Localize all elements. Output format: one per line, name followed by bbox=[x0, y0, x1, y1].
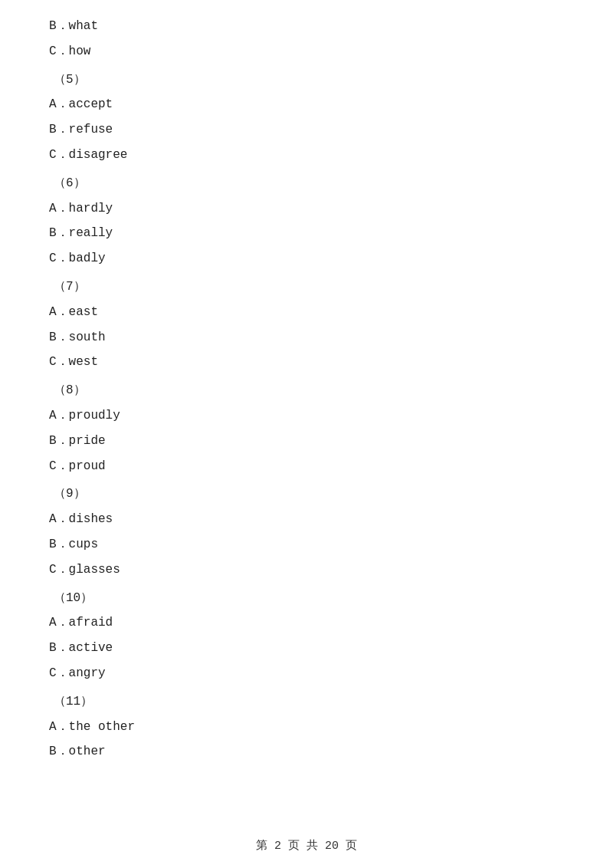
page-footer: 第 2 页 共 20 页 bbox=[0, 838, 613, 853]
option-item: A．accept bbox=[46, 94, 567, 116]
option-item: A．east bbox=[46, 301, 567, 324]
option-item: B．refuse bbox=[46, 119, 567, 141]
question-number: （8） bbox=[46, 380, 567, 402]
option-item: B．what bbox=[46, 15, 567, 38]
option-item: C．glasses bbox=[46, 559, 567, 581]
question-number: （5） bbox=[46, 69, 567, 91]
option-item: C．angry bbox=[46, 663, 567, 685]
option-item: B．really bbox=[46, 222, 567, 245]
question-number: （10） bbox=[46, 587, 567, 610]
option-item: A．afraid bbox=[46, 612, 567, 634]
option-item: C．disagree bbox=[46, 144, 567, 166]
option-item: A．hardly bbox=[46, 198, 567, 220]
option-item: A．proudly bbox=[46, 405, 567, 427]
option-item: B．pride bbox=[46, 430, 567, 452]
option-item: C．proud bbox=[46, 455, 567, 478]
question-number: （11） bbox=[46, 691, 567, 713]
question-number: （7） bbox=[46, 276, 567, 298]
option-item: A．the other bbox=[46, 716, 567, 738]
page-number-label: 第 2 页 共 20 页 bbox=[256, 840, 357, 853]
option-item: C．badly bbox=[46, 248, 567, 270]
option-item: C．how bbox=[46, 41, 567, 63]
question-number: （6） bbox=[46, 173, 567, 195]
option-item: C．west bbox=[46, 351, 567, 373]
option-item: B．other bbox=[46, 741, 567, 763]
option-item: B．cups bbox=[46, 534, 567, 556]
option-item: B．active bbox=[46, 637, 567, 659]
question-number: （9） bbox=[46, 483, 567, 505]
main-content: B．whatC．how（5）A．acceptB．refuseC．disagree… bbox=[0, 0, 613, 812]
option-item: B．south bbox=[46, 327, 567, 349]
option-item: A．dishes bbox=[46, 508, 567, 531]
